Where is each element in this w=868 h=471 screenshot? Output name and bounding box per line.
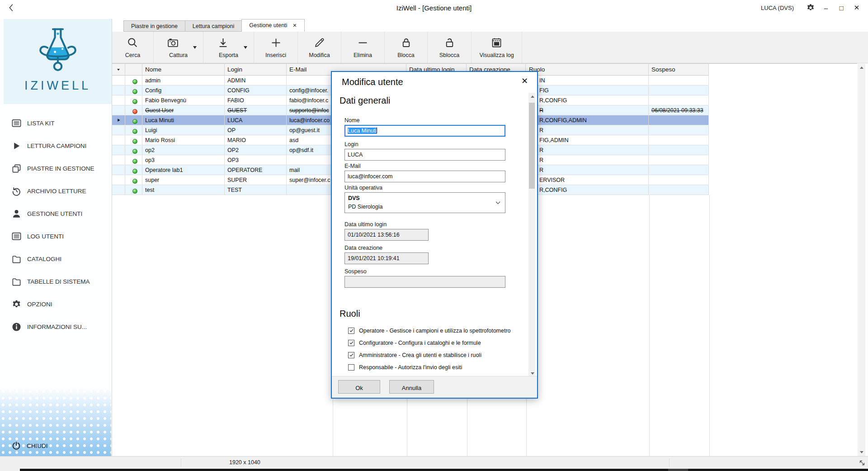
column-header-nome[interactable]: Nome [142,64,225,75]
cell-sospeso [649,95,709,105]
cell-nome: Fabio Benvegnù [142,95,225,105]
scrollbar-thumb[interactable] [529,103,535,189]
cattura-button[interactable]: Cattura [154,32,203,63]
sidebar-item-piastre-in-gestione[interactable]: PIASTRE IN GESTIONE [0,157,112,180]
cell-login: OP3 [225,155,287,165]
cell-login: OP [225,125,287,135]
current-row-marker-icon [112,115,125,125]
checked-checkbox[interactable] [348,352,354,358]
column-header-status[interactable] [125,64,142,75]
minimize-button[interactable]: – [818,4,834,12]
dropdown-arrow-icon[interactable] [244,46,247,49]
ok-button[interactable]: Ok [338,380,380,394]
pencil-icon [313,37,326,49]
resize-grip-icon[interactable] [858,458,867,467]
tab-bar: Piastre in gestioneLettura campioniGesti… [112,19,305,32]
sidebar-item-label: LISTA KIT [27,120,55,127]
email-field[interactable]: luca@infocer.com [344,171,505,182]
sidebar-item-gestione-utenti[interactable]: GESTIONE UTENTI [0,202,112,225]
status-cell [125,165,142,175]
statusbar-separator [181,458,181,467]
tab-close-icon[interactable]: ✕ [292,23,297,28]
sidebar-item-chiudi[interactable]: CHIUDI [11,441,48,451]
roles-list: Operatore - Gestisce i campioni e utiliz… [348,324,517,373]
dialog-title: Modifica utente [342,77,403,87]
role-label: Responsabile - Autorizza l'invio degli e… [359,364,462,371]
section-dati-generali: Dati generali [340,95,390,106]
cell-nome: Luigi [142,125,225,135]
scroll-down-icon[interactable] [858,448,865,456]
scroll-up-icon[interactable] [858,64,865,71]
status-green-dot-icon [132,119,137,124]
status-cell [125,86,142,95]
nome-field[interactable]: Luca Minuti [344,125,505,137]
visualizza-log-button[interactable]: Visualizza log [472,32,522,63]
cell-login: MARIO [225,135,287,145]
annulla-button[interactable]: Annulla [389,380,434,394]
close-button[interactable]: ✕ [849,4,864,12]
sidebar-item-informazioni-su[interactable]: INFORMAZIONI SU... [0,315,112,338]
power-icon [11,441,21,451]
esporta-button[interactable]: Esporta [203,32,254,63]
sidebar-item-opzioni[interactable]: OPZIONI [0,293,112,315]
unlock-icon [443,37,456,49]
cell-nome: Mario Rossi [142,135,225,145]
toolbar-label: Visualizza log [479,52,514,58]
toolbar-label: Cerca [125,52,140,58]
login-field[interactable]: LUCA [344,149,505,161]
checked-checkbox[interactable] [348,328,354,334]
status-green-dot-icon [132,169,137,174]
sidebar-item-lettura-campioni[interactable]: LETTURA CAMPIONI [0,134,112,157]
modifica-button[interactable]: Modifica [298,32,341,63]
column-header-ruolo[interactable]: Ruolo [526,64,649,75]
sblocca-button[interactable]: Sblocca [428,32,472,63]
dialog-footer: Ok Annulla [332,376,537,398]
dialog-close-icon[interactable]: ✕ [521,76,528,86]
maximize-button[interactable]: □ [834,4,849,12]
sospeso-field [344,276,505,288]
history-icon [11,186,22,196]
tab-gestione-utenti[interactable]: Gestione utenti✕ [241,19,304,32]
sidebar-item-archivio-letture[interactable]: ARCHIVIO LETTURE [0,180,112,202]
filter-icon[interactable] [112,64,125,75]
unchecked-checkbox[interactable] [348,364,354,371]
info-icon [11,322,22,332]
blocca-button[interactable]: Blocca [385,32,428,63]
row-indicator [112,125,125,135]
column-header-login[interactable]: Login [225,64,287,75]
tab-piastre-in-gestione[interactable]: Piastre in gestione [123,20,185,32]
elimina-button[interactable]: Elimina [341,32,385,63]
table-scrollbar[interactable] [858,64,865,456]
status-bar: 1920 x 1040 [0,456,868,469]
sidebar-item-cataloghi[interactable]: CATALOGHI [0,247,112,270]
cell-nome: admin [142,76,225,85]
scroll-up-icon[interactable] [528,93,536,100]
sidebar-item-label: GESTIONE UTENTI [27,210,82,217]
column-header-sospeso[interactable]: Sospeso [649,64,709,75]
data-ultimo-login-field: 01/10/2021 13:56:16 [344,229,429,241]
checked-checkbox[interactable] [348,340,354,346]
dialog-scrollbar[interactable] [528,93,535,377]
settings-gear-icon[interactable] [803,3,818,12]
sidebar-item-log-utenti[interactable]: LOG UTENTI [0,225,112,247]
dropdown-arrow-icon[interactable] [193,46,197,49]
list-icon [11,118,22,128]
unita-operativa-select[interactable]: DVS PD Sierologia [344,192,505,213]
cerca-button[interactable]: Cerca [112,32,154,63]
inserisci-button[interactable]: Inserisci [254,32,298,63]
status-green-dot-icon [132,129,137,134]
cell-ruolo: FIG,ADMIN [526,135,649,145]
folder-icon [11,254,22,264]
sidebar-item-lista-kit[interactable]: LISTA KIT [0,112,112,134]
cell-sospeso [649,115,709,125]
tab-lettura-campioni[interactable]: Lettura campioni [185,20,242,32]
sidebar-item-label: TABELLE DI SISTEMA [27,278,90,285]
search-icon [127,37,139,49]
toolbar-label: Blocca [397,52,415,58]
sidebar-item-tabelle-di-sistema[interactable]: TABELLE DI SISTEMA [0,270,112,293]
status-cell [125,185,142,195]
title-bar: IziWell - [Gestione utenti] LUCA (DVS) –… [0,0,868,19]
row-indicator [112,185,125,195]
email-label: E-Mail [344,163,360,169]
row-indicator [112,145,125,155]
